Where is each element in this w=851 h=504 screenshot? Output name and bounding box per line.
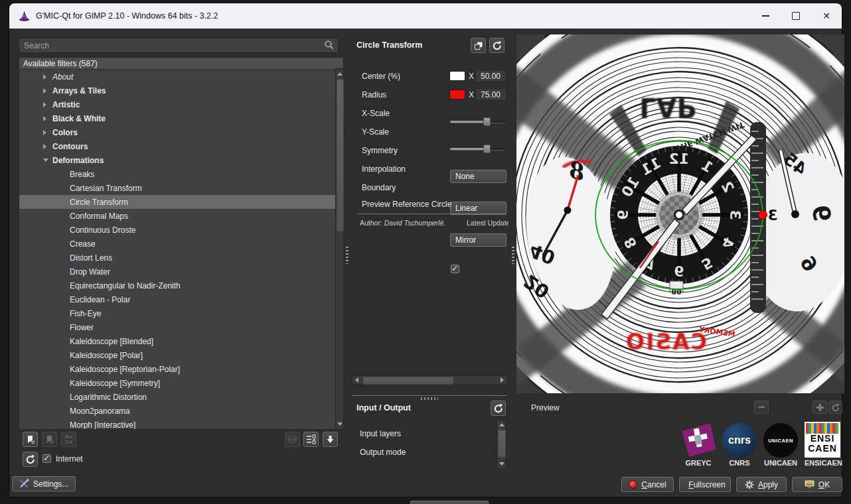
add-fave-button[interactable]: [23, 432, 38, 447]
close-button[interactable]: ✕: [811, 3, 842, 29]
radius-color-swatch[interactable]: [449, 90, 465, 99]
input-layers-dropdown[interactable]: Active (default): [410, 501, 489, 504]
right-splitter-grip[interactable]: [512, 247, 514, 264]
filter-item-label: Artistic: [52, 100, 80, 109]
scroll-down-icon[interactable]: [337, 422, 343, 426]
xscale-slider[interactable]: [450, 117, 506, 126]
filter-item-arrays-tiles[interactable]: Arrays & Tiles: [19, 84, 343, 97]
ok-button[interactable]: OK: [792, 477, 842, 492]
radius-value-field[interactable]: 75.00: [475, 88, 506, 101]
filter-item-kaleidoscope-polar-[interactable]: Kaleidoscope [Polar]: [19, 348, 343, 362]
update-filters-button[interactable]: [23, 452, 38, 467]
scroll-up-icon[interactable]: [337, 72, 343, 76]
preview-reference-circle-checkbox[interactable]: [451, 265, 459, 273]
search-input[interactable]: [19, 38, 339, 53]
filter-item-kaleidoscope-blended-[interactable]: Kaleidoscope [Blended]: [19, 334, 343, 348]
splitter-grip[interactable]: [421, 397, 438, 400]
filter-item-euclidean-polar[interactable]: Euclidean - Polar: [19, 292, 343, 306]
filter-item-equirectangular-to-nadir-zenith[interactable]: Equirectangular to Nadir-Zenith: [19, 279, 343, 292]
filter-item-conformal-maps[interactable]: Conformal Maps: [19, 209, 343, 223]
chevron-right-icon[interactable]: [43, 130, 46, 135]
interpolation-dropdown[interactable]: Linear: [450, 202, 506, 215]
filter-item-label: Black & White: [52, 114, 106, 123]
internet-checkbox[interactable]: [42, 454, 51, 463]
filter-item-fish-eye[interactable]: Fish-Eye: [19, 306, 343, 320]
ensicaen-badge-line2: CAEN: [806, 444, 839, 454]
filter-item-continuous-droste[interactable]: Continuous Droste: [19, 223, 343, 237]
left-splitter-grip[interactable]: [346, 247, 348, 264]
yscale-slider[interactable]: [450, 145, 506, 153]
filters-scrollbar[interactable]: [335, 68, 344, 430]
apply-button[interactable]: Apply: [736, 477, 787, 492]
filter-item-artistic[interactable]: Artistic: [19, 97, 343, 111]
filter-item-breaks[interactable]: Breaks: [19, 167, 343, 181]
reset-io-button[interactable]: [491, 401, 506, 416]
zoom-in-button[interactable]: [812, 401, 827, 414]
chevron-right-icon[interactable]: [43, 88, 46, 94]
remove-fave-button[interactable]: [42, 432, 57, 447]
boundary-dropdown[interactable]: Mirror: [450, 233, 506, 247]
filter-item-about[interactable]: About: [19, 70, 343, 84]
filter-item-drop-water[interactable]: Drop Water: [19, 265, 343, 279]
filter-item-cartesian-transform[interactable]: Cartesian Transform: [19, 181, 343, 195]
splitter-line[interactable]: [352, 395, 507, 396]
minimize-button[interactable]: [750, 3, 781, 29]
filter-selection-mode-button[interactable]: [303, 432, 319, 447]
slider-handle[interactable]: [483, 145, 491, 153]
cancel-button[interactable]: Cancel: [621, 477, 674, 492]
colorize-filters-button[interactable]: [285, 432, 300, 447]
center-value-field[interactable]: 50.00: [475, 70, 506, 82]
scroll-up-icon[interactable]: [499, 423, 504, 426]
fullscreen-button[interactable]: Fullscreen: [679, 477, 731, 492]
scrollbar-thumb[interactable]: [363, 377, 453, 385]
interpolation-value: Linear: [455, 204, 477, 213]
filter-item-distort-lens[interactable]: Distort Lens: [19, 251, 343, 265]
filter-item-kaleidoscope-symmetry-[interactable]: Kaleidoscope [Symmetry]: [19, 376, 343, 390]
filter-item-morph-interactive-[interactable]: Morph [Interactive]: [19, 418, 343, 430]
center-axis-label: X: [469, 72, 474, 81]
zoom-out-button[interactable]: [754, 401, 769, 414]
scrollbar-thumb[interactable]: [498, 430, 506, 458]
filter-item-deformations[interactable]: Deformations: [19, 153, 343, 167]
filter-item-circle-transform[interactable]: Circle Transform: [19, 195, 343, 209]
scroll-right-icon[interactable]: [501, 377, 504, 383]
filter-item-flower[interactable]: Flower: [19, 320, 343, 334]
scroll-left-icon[interactable]: [355, 377, 358, 383]
filter-item-black-white[interactable]: Black & White: [19, 111, 343, 125]
io-vscrollbar[interactable]: [497, 420, 506, 469]
titlebar[interactable]: G'MIC-Qt for GIMP 2.10 - Windows 64 bits…: [9, 3, 842, 29]
filter-item-crease[interactable]: Crease: [19, 237, 343, 251]
copy-parameters-button[interactable]: [471, 38, 486, 53]
rename-fave-button[interactable]: Abc Def: [61, 432, 76, 447]
preview-label: Preview: [531, 403, 560, 412]
chevron-right-icon[interactable]: [43, 74, 46, 80]
chevron-right-icon[interactable]: [43, 102, 46, 107]
filter-item-moon2panorama[interactable]: Moon2panorama: [19, 404, 343, 418]
filter-item-logarithmic-distortion[interactable]: Logarithmic Distortion: [19, 390, 343, 404]
zoom-reset-button[interactable]: [828, 401, 842, 414]
slider-handle[interactable]: [483, 117, 491, 126]
maximize-button[interactable]: [781, 3, 811, 29]
reset-filter-button[interactable]: [489, 38, 504, 53]
filter-item-label: Contours: [52, 142, 88, 151]
boundary-value: Mirror: [455, 235, 476, 245]
minimize-icon: [762, 15, 769, 17]
preview-canvas[interactable]: 8 40 20 45 9 6 121234567891011 LAP THE W…: [516, 34, 844, 393]
filter-item-colors[interactable]: Colors: [19, 125, 343, 139]
scrollbar-thumb[interactable]: [337, 79, 344, 231]
center-color-swatch[interactable]: [449, 71, 465, 81]
settings-button[interactable]: Settings...: [12, 476, 76, 491]
params-hscrollbar[interactable]: [352, 375, 507, 385]
chevron-right-icon[interactable]: [43, 116, 46, 121]
symmetry-dropdown[interactable]: None: [450, 170, 506, 183]
filter-item-kaleidoscope-reptorian-polar-[interactable]: Kaleidoscope [Reptorian-Polar]: [19, 362, 343, 376]
scroll-down-icon[interactable]: [499, 462, 504, 466]
chevron-right-icon[interactable]: [43, 144, 46, 149]
expand-collapse-button[interactable]: [323, 432, 338, 447]
filter-item-label: Arrays & Tiles: [52, 86, 106, 95]
filter-item-label: Euclidean - Polar: [70, 295, 130, 304]
reference-circle-handle[interactable]: [759, 211, 767, 220]
chevron-down-icon[interactable]: [43, 158, 48, 162]
tools-icon: [19, 479, 29, 489]
filter-item-contours[interactable]: Contours: [19, 139, 343, 153]
